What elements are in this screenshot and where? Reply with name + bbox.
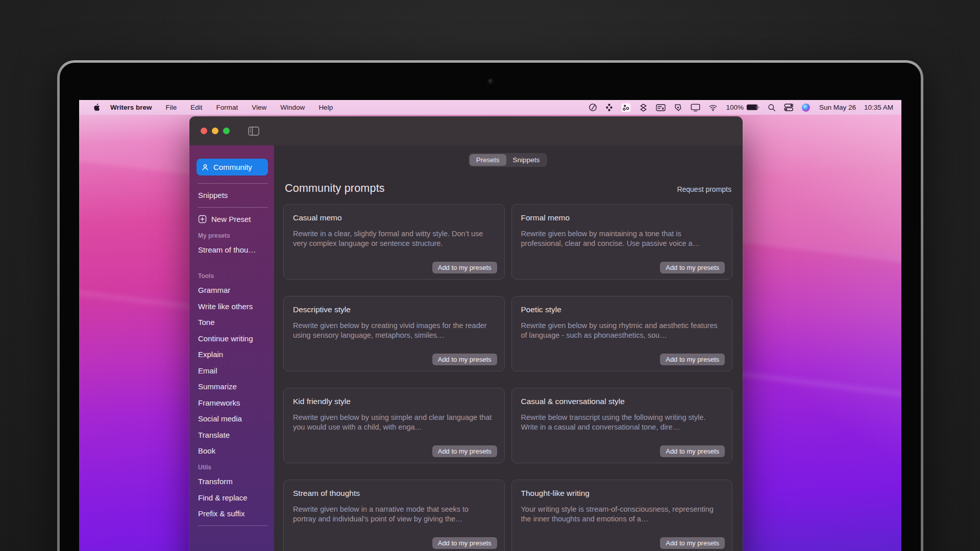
prompt-card-casual-conversational-style: Casual & conversational style Rewrite be… [511,388,733,463]
siri-icon[interactable] [802,104,810,112]
sidebar-item-continue-writing[interactable]: Continue writing [197,334,268,343]
card-title: Poetic style [521,305,723,314]
sidebar-item-email[interactable]: Email [197,366,268,375]
presets-snippets-segmented-control: Presets Snippets [469,153,547,167]
prompt-card-formal-memo: Formal memo Rewrite given below by maint… [511,204,733,280]
stats-dots-icon[interactable] [621,103,631,112]
add-to-my-presets-button[interactable]: Add to my presets [660,354,725,365]
card-description: Rewrite given below by maintaining a ton… [521,229,723,249]
sidebar-item-stream-of-thoughts[interactable]: Stream of thou… [197,245,268,254]
content-header: Community prompts Request prompts [283,182,732,195]
sidebar-item-snippets[interactable]: Snippets [197,191,268,199]
prompt-card-thought-like-writing: Thought-like writing Your writing style … [511,480,733,551]
tab-snippets[interactable]: Snippets [506,154,547,166]
battery-percentage: 100% [726,104,744,111]
zoom-button[interactable] [223,128,230,134]
menu-time[interactable]: 10:35 AM [864,104,893,111]
battery-status[interactable]: 100% [726,104,760,111]
menu-window[interactable]: Window [280,104,305,111]
card-title: Thought-like writing [521,489,723,498]
sidebar-item-write-like-others[interactable]: Write like others [197,302,268,311]
card-description: Rewrite in a clear, slightly formal and … [293,229,495,249]
menu-bar-left: Writers brew File Edit Format View Windo… [79,103,347,112]
card-title: Casual & conversational style [521,397,723,406]
main-content: Presets Snippets Community prompts Reque… [274,145,743,551]
card-description: Rewrite given below by creating vivid im… [293,321,495,341]
sidebar-item-book[interactable]: Book [197,446,268,456]
window-titlebar [189,116,743,145]
menu-date[interactable]: Sun May 26 [819,104,856,111]
display-mirroring-icon[interactable] [691,104,700,112]
prompt-card-poetic-style: Poetic style Rewrite given below by usin… [511,296,733,371]
section-label-tools: Tools [197,272,268,280]
plus-square-icon [198,215,207,223]
webcam-dot [488,79,493,84]
menu-help[interactable]: Help [318,104,333,111]
card-description: Rewrite below transcript using the follo… [521,413,723,433]
menu-edit[interactable]: Edit [190,104,202,111]
add-to-my-presets-button[interactable]: Add to my presets [660,445,725,457]
shottr-icon[interactable] [639,103,648,112]
sidebar-item-summarize[interactable]: Summarize [197,382,268,391]
spotlight-search-icon[interactable] [768,104,776,112]
wifi-icon[interactable] [708,104,718,111]
sidebar-item-tone[interactable]: Tone [197,318,268,327]
prompt-card-grid: Casual memo Rewrite in a clear, slightly… [283,204,732,551]
card-title: Casual memo [293,213,495,222]
sidebar-item-explain[interactable]: Explain [197,350,268,359]
window-body: Community Snippets New Preset [189,145,743,551]
section-label-utils: Utils [197,464,268,471]
sidebar-item-social-media[interactable]: Social media [197,414,268,423]
new-preset-button[interactable]: New Preset [197,215,268,223]
prompt-card-descriptive-style: Descriptive style Rewrite given below by… [283,296,505,371]
card-title: Descriptive style [293,305,495,314]
add-to-my-presets-button[interactable]: Add to my presets [432,262,497,273]
new-preset-label: New Preset [211,215,251,223]
card-description: Rewrite given below by using simple and … [293,413,495,433]
minimize-button[interactable] [212,128,218,134]
menu-bar-status-area: 100% [589,103,901,112]
add-to-my-presets-button[interactable]: Add to my presets [660,537,725,549]
laptop-frame: Writers brew File Edit Format View Windo… [57,60,923,551]
menu-view[interactable]: View [252,104,266,111]
request-prompts-link[interactable]: Request prompts [677,185,731,193]
menu-file[interactable]: File [166,104,177,111]
sidebar-item-frameworks[interactable]: Frameworks [197,398,268,408]
sidebar-item-find-replace[interactable]: Find & replace [197,493,268,503]
battery-icon [746,104,760,111]
menu-app-name[interactable]: Writers brew [110,104,152,111]
menu-format[interactable]: Format [216,104,238,111]
sidebar-item-community[interactable]: Community [197,159,268,176]
sidebar-item-translate[interactable]: Translate [197,431,268,440]
window-controls [201,128,230,134]
person-icon [201,163,209,171]
add-to-my-presets-button[interactable]: Add to my presets [432,354,497,365]
apple-menu-icon[interactable] [93,103,101,112]
sidebar-divider [198,207,268,208]
menu-bar: Writers brew File Edit Format View Windo… [79,100,901,115]
tailscale-icon[interactable] [605,103,613,112]
sidebar-item-transform[interactable]: Transform [197,477,268,486]
add-to-my-presets-button[interactable]: Add to my presets [660,262,725,273]
screen-wallpaper: Writers brew File Edit Format View Windo… [79,100,901,551]
card-title: Kid friendly style [293,397,495,406]
add-to-my-presets-button[interactable]: Add to my presets [432,445,497,457]
close-button[interactable] [201,128,207,134]
sidebar-toggle-icon[interactable] [248,126,260,136]
card-description: Rewrite given below by using rhytmic and… [521,321,723,341]
sidebar-item-grammar[interactable]: Grammar [197,286,268,295]
card-description: Your writing style is stream-of-consciou… [521,505,723,524]
card-title: Formal memo [521,213,723,222]
input-switcher-icon[interactable] [656,104,666,112]
card-title: Stream of thoughts [293,489,495,498]
dropshare-icon[interactable] [674,103,682,112]
add-to-my-presets-button[interactable]: Add to my presets [432,537,497,549]
tab-presets[interactable]: Presets [470,154,506,166]
sidebar-item-prefix-suffix[interactable]: Prefix & suffix [197,509,268,518]
utils-list: Transform Find & replace Prefix & suffix [197,477,268,518]
page-title: Community prompts [285,182,385,195]
focus-mode-icon[interactable] [589,103,597,112]
control-center-icon[interactable] [784,104,794,111]
laptop-bezel: Writers brew File Edit Format View Windo… [60,63,921,551]
prompt-card-kid-friendly-style: Kid friendly style Rewrite given below b… [283,388,505,463]
